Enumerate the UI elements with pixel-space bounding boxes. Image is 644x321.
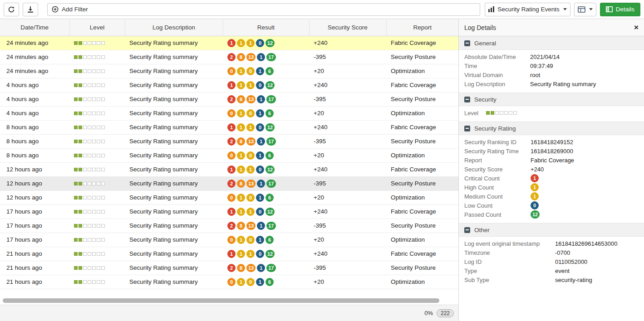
cell-score: +20: [309, 233, 386, 247]
table-row[interactable]: 24 minutes agoSecurity Rating summary010…: [0, 64, 458, 78]
view-selector-dropdown[interactable]: Security Rating Events: [485, 3, 570, 16]
cell-datetime: 24 minutes ago: [0, 50, 69, 64]
cell-datetime: 4 hours ago: [0, 106, 69, 120]
column-header-security-score[interactable]: Security Score: [309, 19, 386, 36]
cell-level: [69, 233, 125, 247]
cell-datetime: 17 hours ago: [0, 204, 69, 219]
count-badge: 13: [246, 137, 256, 146]
section-header-security[interactable]: Security: [459, 92, 644, 106]
field-value: 2021/04/14: [530, 54, 560, 60]
details-button[interactable]: Details: [600, 3, 640, 16]
cell-score: +240: [309, 120, 386, 134]
cell-level: [69, 247, 125, 261]
table-row[interactable]: 24 minutes agoSecurity Rating summary111…: [0, 36, 458, 50]
collapse-minus-icon[interactable]: [464, 40, 470, 46]
count-badge: 8: [237, 95, 245, 103]
cell-report: Optimization: [386, 106, 458, 120]
column-header-report[interactable]: Report: [386, 19, 458, 36]
table-row[interactable]: 21 hours agoSecurity Rating summary11101…: [0, 247, 458, 261]
cell-description: Security Rating summary: [125, 36, 223, 50]
count-badge: 12: [265, 123, 275, 131]
table-row[interactable]: 8 hours agoSecurity Rating summary281311…: [0, 134, 458, 148]
horizontal-scrollbar[interactable]: [0, 297, 458, 305]
table-row[interactable]: 4 hours agoSecurity Rating summary01016+…: [0, 106, 458, 120]
cell-datetime: 12 hours ago: [0, 162, 69, 176]
collapse-minus-icon[interactable]: [464, 97, 470, 102]
cell-description: Security Rating summary: [125, 148, 223, 162]
table-row[interactable]: 12 hours agoSecurity Rating summary01016…: [0, 190, 458, 204]
table-row[interactable]: 21 hours agoSecurity Rating summary01016…: [0, 275, 458, 289]
cell-level: [69, 92, 125, 106]
section-title: General: [474, 40, 496, 47]
cell-description: Security Rating summary: [125, 78, 223, 92]
count-badge: 12: [265, 39, 275, 47]
table-row[interactable]: 4 hours agoSecurity Rating summary111012…: [0, 78, 458, 92]
details-label: Details: [616, 6, 634, 13]
section-body: Absolute Date/Time2021/04/14Time09:37:49…: [459, 50, 644, 92]
table-row[interactable]: 24 minutes agoSecurity Rating summary281…: [0, 50, 458, 64]
detail-field: Security Rating Time1618418269000: [459, 146, 644, 156]
table-row[interactable]: 17 hours agoSecurity Rating summary28131…: [0, 219, 458, 233]
count-badge: 0: [246, 67, 255, 75]
column-header-log-description[interactable]: Log Description: [125, 19, 223, 36]
table-row[interactable]: 4 hours agoSecurity Rating summary281311…: [0, 92, 458, 106]
table-row[interactable]: 21 hours agoSecurity Rating summary28131…: [0, 261, 458, 275]
detail-field: ReportFabric Coverage: [459, 156, 644, 165]
cell-report: Security Posture: [386, 50, 458, 64]
count-badge: 1: [237, 250, 245, 258]
view-selector-label: Security Rating Events: [497, 6, 560, 13]
detail-field: Medium Count1: [459, 192, 644, 201]
level-indicator: [74, 154, 106, 157]
status-bar: 0% 222: [0, 305, 458, 321]
column-header-date-time[interactable]: Date/Time: [0, 19, 69, 36]
table-row[interactable]: 8 hours agoSecurity Rating summary111012…: [0, 120, 458, 134]
cell-score: -395: [309, 176, 386, 190]
cell-report: Fabric Coverage: [386, 204, 458, 219]
cell-result: 111012: [223, 120, 309, 134]
table-settings-dropdown[interactable]: [574, 3, 596, 16]
field-value: -0700: [555, 249, 570, 256]
section-title: Security Rating: [474, 125, 516, 132]
cell-result: 2813117: [223, 134, 309, 148]
count-badge: 0: [256, 250, 264, 258]
table-row[interactable]: 8 hours agoSecurity Rating summary01016+…: [0, 148, 458, 162]
count-badge: 1: [246, 208, 255, 216]
download-icon: [27, 6, 34, 13]
download-button[interactable]: [23, 3, 38, 16]
cell-result: 111012: [223, 162, 309, 176]
cell-description: Security Rating summary: [125, 120, 223, 134]
section-header-general[interactable]: General: [459, 36, 644, 50]
count-badge: 1: [227, 81, 236, 89]
count-badge: 1: [237, 81, 245, 89]
count-badge: 12: [265, 81, 275, 89]
table-row[interactable]: 17 hours agoSecurity Rating summary01016…: [0, 233, 458, 247]
count-badge: 13: [246, 53, 256, 61]
collapse-minus-icon[interactable]: [464, 227, 470, 233]
count-badge: 0: [227, 194, 236, 202]
section-header-security-rating[interactable]: Security Rating: [459, 122, 644, 135]
column-header-result[interactable]: Result: [223, 19, 309, 36]
add-filter-input[interactable]: Add Filter: [47, 3, 480, 16]
count-badge: 1: [246, 165, 255, 174]
count-badge: 1: [237, 208, 245, 216]
column-header-level[interactable]: Level: [69, 19, 125, 36]
cell-report: Security Posture: [386, 92, 458, 106]
level-indicator: [74, 83, 106, 87]
section-header-other[interactable]: Other: [459, 223, 644, 237]
field-value: 1618418249152: [531, 139, 573, 146]
count-badge: 2: [227, 180, 236, 188]
collapse-minus-icon[interactable]: [464, 126, 470, 131]
table-row[interactable]: 12 hours agoSecurity Rating summary28131…: [0, 176, 458, 190]
field-label: Passed Count: [464, 211, 531, 218]
details-icon: [606, 6, 613, 12]
cell-datetime: 8 hours ago: [0, 148, 69, 162]
detail-field: Low Count0: [459, 201, 644, 210]
refresh-button[interactable]: [4, 3, 19, 16]
count-badge: 12: [265, 165, 275, 174]
count-badge: 1: [237, 151, 245, 160]
level-indicator: [74, 210, 106, 214]
table-row[interactable]: 17 hours agoSecurity Rating summary11101…: [0, 204, 458, 219]
scrollbar-thumb[interactable]: [3, 298, 439, 303]
table-row[interactable]: 12 hours agoSecurity Rating summary11101…: [0, 162, 458, 176]
close-icon[interactable]: ×: [634, 24, 639, 31]
